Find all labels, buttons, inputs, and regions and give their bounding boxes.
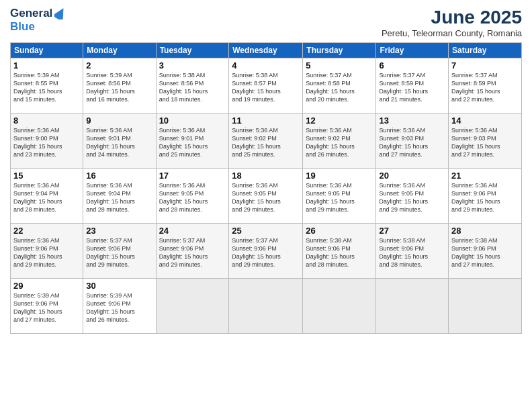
day-info: Sunrise: 5:36 AMSunset: 9:04 PMDaylight:… <box>86 181 152 214</box>
day-info: Sunrise: 5:37 AMSunset: 9:06 PMDaylight:… <box>86 236 152 269</box>
table-row: 8Sunrise: 5:36 AMSunset: 9:00 PMDaylight… <box>11 113 83 169</box>
day-number: 27 <box>379 226 445 236</box>
day-number: 19 <box>306 171 373 181</box>
header-monday: Monday <box>83 43 156 58</box>
weekday-header-row: Sunday Monday Tuesday Wednesday Thursday… <box>11 43 522 58</box>
title-block: June 2025 Peretu, Teleorman County, Roma… <box>382 7 522 38</box>
header: General Blue June 2025 Peretu, Teleorman… <box>10 7 522 38</box>
table-row: 2Sunrise: 5:39 AMSunset: 8:56 PMDaylight… <box>83 58 156 113</box>
day-info: Sunrise: 5:36 AMSunset: 9:04 PMDaylight:… <box>13 181 80 214</box>
table-row: 29Sunrise: 5:39 AMSunset: 9:06 PMDayligh… <box>11 279 83 334</box>
logo-blue-text: Blue <box>10 20 35 34</box>
table-row: 16Sunrise: 5:36 AMSunset: 9:04 PMDayligh… <box>83 169 156 224</box>
day-info: Sunrise: 5:37 AMSunset: 8:58 PMDaylight:… <box>306 71 373 104</box>
day-info: Sunrise: 5:37 AMSunset: 8:59 PMDaylight:… <box>379 71 445 104</box>
table-row: 27Sunrise: 5:38 AMSunset: 9:06 PMDayligh… <box>376 224 449 279</box>
day-info: Sunrise: 5:38 AMSunset: 8:56 PMDaylight:… <box>159 71 226 104</box>
day-info: Sunrise: 5:36 AMSunset: 9:03 PMDaylight:… <box>379 126 445 159</box>
day-number: 26 <box>306 226 373 236</box>
day-info: Sunrise: 5:36 AMSunset: 9:01 PMDaylight:… <box>159 126 226 159</box>
day-number: 6 <box>379 60 445 71</box>
calendar-week-row: 22Sunrise: 5:36 AMSunset: 9:06 PMDayligh… <box>11 224 522 279</box>
table-row: 14Sunrise: 5:36 AMSunset: 9:03 PMDayligh… <box>449 113 522 169</box>
table-row: 7Sunrise: 5:37 AMSunset: 8:59 PMDaylight… <box>449 58 522 113</box>
day-number: 3 <box>159 60 226 71</box>
table-row: 30Sunrise: 5:39 AMSunset: 9:06 PMDayligh… <box>83 279 156 334</box>
table-row <box>229 279 303 334</box>
table-row: 11Sunrise: 5:36 AMSunset: 9:02 PMDayligh… <box>229 113 303 169</box>
calendar-week-row: 8Sunrise: 5:36 AMSunset: 9:00 PMDaylight… <box>11 113 522 169</box>
logo-general-text: General <box>10 7 52 20</box>
table-row: 10Sunrise: 5:36 AMSunset: 9:01 PMDayligh… <box>156 113 229 169</box>
header-friday: Friday <box>376 43 449 58</box>
header-thursday: Thursday <box>303 43 376 58</box>
table-row: 17Sunrise: 5:36 AMSunset: 9:05 PMDayligh… <box>156 169 229 224</box>
day-info: Sunrise: 5:36 AMSunset: 9:01 PMDaylight:… <box>86 126 152 159</box>
day-number: 14 <box>451 116 519 126</box>
header-wednesday: Wednesday <box>229 43 303 58</box>
day-info: Sunrise: 5:39 AMSunset: 9:06 PMDaylight:… <box>13 291 80 324</box>
table-row: 15Sunrise: 5:36 AMSunset: 9:04 PMDayligh… <box>11 169 83 224</box>
day-number: 13 <box>379 116 445 126</box>
day-number: 15 <box>13 171 80 181</box>
day-number: 7 <box>451 60 519 71</box>
day-number: 5 <box>306 60 373 71</box>
day-number: 22 <box>13 226 80 236</box>
day-number: 10 <box>159 116 226 126</box>
day-info: Sunrise: 5:38 AMSunset: 8:57 PMDaylight:… <box>232 71 300 104</box>
table-row: 24Sunrise: 5:37 AMSunset: 9:06 PMDayligh… <box>156 224 229 279</box>
header-tuesday: Tuesday <box>156 43 229 58</box>
table-row <box>303 279 376 334</box>
table-row: 9Sunrise: 5:36 AMSunset: 9:01 PMDaylight… <box>83 113 156 169</box>
day-number: 20 <box>379 171 445 181</box>
day-number: 17 <box>159 171 226 181</box>
day-info: Sunrise: 5:36 AMSunset: 9:05 PMDaylight:… <box>306 181 373 214</box>
day-number: 11 <box>232 116 300 126</box>
day-number: 28 <box>451 226 519 236</box>
day-info: Sunrise: 5:39 AMSunset: 8:55 PMDaylight:… <box>13 71 80 104</box>
table-row: 18Sunrise: 5:36 AMSunset: 9:05 PMDayligh… <box>229 169 303 224</box>
day-info: Sunrise: 5:37 AMSunset: 8:59 PMDaylight:… <box>451 71 519 104</box>
day-info: Sunrise: 5:36 AMSunset: 9:06 PMDaylight:… <box>451 181 519 214</box>
calendar-week-row: 29Sunrise: 5:39 AMSunset: 9:06 PMDayligh… <box>11 279 522 334</box>
calendar-week-row: 1Sunrise: 5:39 AMSunset: 8:55 PMDaylight… <box>11 58 522 113</box>
month-title: June 2025 <box>382 7 522 28</box>
day-info: Sunrise: 5:36 AMSunset: 9:02 PMDaylight:… <box>306 126 373 159</box>
table-row: 12Sunrise: 5:36 AMSunset: 9:02 PMDayligh… <box>303 113 376 169</box>
table-row: 5Sunrise: 5:37 AMSunset: 8:58 PMDaylight… <box>303 58 376 113</box>
table-row <box>156 279 229 334</box>
day-number: 18 <box>232 171 300 181</box>
table-row: 28Sunrise: 5:38 AMSunset: 9:06 PMDayligh… <box>449 224 522 279</box>
table-row: 21Sunrise: 5:36 AMSunset: 9:06 PMDayligh… <box>449 169 522 224</box>
table-row: 22Sunrise: 5:36 AMSunset: 9:06 PMDayligh… <box>11 224 83 279</box>
header-saturday: Saturday <box>449 43 522 58</box>
table-row: 23Sunrise: 5:37 AMSunset: 9:06 PMDayligh… <box>83 224 156 279</box>
page: General Blue June 2025 Peretu, Teleorman… <box>0 0 532 411</box>
day-info: Sunrise: 5:36 AMSunset: 9:02 PMDaylight:… <box>232 126 300 159</box>
day-info: Sunrise: 5:36 AMSunset: 9:03 PMDaylight:… <box>451 126 519 159</box>
table-row: 1Sunrise: 5:39 AMSunset: 8:55 PMDaylight… <box>11 58 83 113</box>
day-info: Sunrise: 5:38 AMSunset: 9:06 PMDaylight:… <box>306 236 373 269</box>
day-number: 25 <box>232 226 300 236</box>
table-row: 4Sunrise: 5:38 AMSunset: 8:57 PMDaylight… <box>229 58 303 113</box>
day-number: 8 <box>13 116 80 126</box>
calendar: Sunday Monday Tuesday Wednesday Thursday… <box>10 42 522 334</box>
day-number: 16 <box>86 171 152 181</box>
day-info: Sunrise: 5:36 AMSunset: 9:05 PMDaylight:… <box>232 181 300 214</box>
day-info: Sunrise: 5:39 AMSunset: 9:06 PMDaylight:… <box>86 291 152 324</box>
day-number: 24 <box>159 226 226 236</box>
table-row: 6Sunrise: 5:37 AMSunset: 8:59 PMDaylight… <box>376 58 449 113</box>
table-row: 26Sunrise: 5:38 AMSunset: 9:06 PMDayligh… <box>303 224 376 279</box>
day-number: 2 <box>86 60 152 71</box>
day-info: Sunrise: 5:36 AMSunset: 9:05 PMDaylight:… <box>379 181 445 214</box>
table-row: 3Sunrise: 5:38 AMSunset: 8:56 PMDaylight… <box>156 58 229 113</box>
day-info: Sunrise: 5:37 AMSunset: 9:06 PMDaylight:… <box>232 236 300 269</box>
header-sunday: Sunday <box>11 43 83 58</box>
day-number: 12 <box>306 116 373 126</box>
day-number: 23 <box>86 226 152 236</box>
table-row <box>449 279 522 334</box>
day-info: Sunrise: 5:38 AMSunset: 9:06 PMDaylight:… <box>379 236 445 269</box>
day-info: Sunrise: 5:36 AMSunset: 9:00 PMDaylight:… <box>13 126 80 159</box>
logo-icon <box>54 7 66 19</box>
day-info: Sunrise: 5:36 AMSunset: 9:05 PMDaylight:… <box>159 181 226 214</box>
